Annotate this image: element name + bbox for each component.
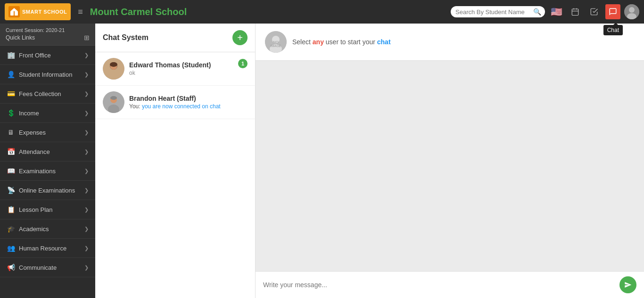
search-icon: 🔍 — [533, 8, 541, 16]
flag-icon[interactable]: 🇺🇸 — [549, 4, 564, 19]
sidebar-item-front-office[interactable]: 🏢 Front Office ❯ — [0, 46, 95, 65]
welcome-chat: chat — [377, 38, 391, 46]
chevron-icon: ❯ — [84, 226, 89, 232]
logo[interactable]: SMART SCHOOL — [5, 3, 71, 20]
hr-icon: 👥 — [7, 244, 15, 252]
income-label: Income — [19, 110, 39, 117]
chat-icon[interactable] — [605, 4, 620, 19]
chat-tooltip: Chat — [603, 25, 623, 35]
welcome-part1: Select — [292, 38, 313, 46]
welcome-text: Select any user to start your chat — [292, 38, 391, 46]
edward-avatar — [103, 58, 124, 80]
edward-info: Edward Thomas (Student) ok — [129, 61, 248, 76]
svg-point-17 — [110, 96, 117, 100]
logo-text: SMART SCHOOL — [22, 9, 67, 15]
sidebar-item-human-resource[interactable]: 👥 Human Resource ❯ — [0, 239, 95, 258]
chat-message-input[interactable] — [263, 281, 615, 289]
chat-main: NO IMAGE Select any user to start your c… — [256, 24, 644, 298]
sidebar-item-online-examinations[interactable]: 📡 Online Examinations ❯ — [0, 181, 95, 200]
no-image-avatar: NO IMAGE — [265, 31, 287, 53]
svg-rect-1 — [15, 11, 18, 16]
income-icon: 💲 — [7, 109, 15, 117]
chevron-icon: ❯ — [84, 187, 89, 193]
calendar-icon[interactable] — [568, 4, 583, 19]
student-info-icon: 👤 — [7, 71, 15, 78]
examinations-label: Examinations — [19, 168, 56, 175]
chevron-icon: ❯ — [84, 129, 89, 136]
quick-links-text: Quick Links — [6, 34, 35, 41]
lesson-plan-icon: 📋 — [7, 206, 15, 213]
chat-list: Edward Thomas (Student) ok 1 — [95, 52, 255, 298]
send-button[interactable] — [619, 276, 636, 293]
chat-header: Chat System + — [95, 24, 255, 52]
edward-preview: ok — [129, 70, 248, 76]
main-layout: Current Session: 2020-21 Quick Links ⊞ 🏢… — [0, 24, 644, 298]
session-label: Current Session: 2020-21 — [6, 27, 90, 33]
welcome-any: any — [313, 38, 324, 46]
logo-icon — [8, 6, 20, 17]
grid-icon[interactable]: ⊞ — [84, 34, 90, 41]
chevron-icon: ❯ — [84, 168, 89, 174]
topbar-right: 🔍 🇺🇸 Chat — [451, 4, 639, 19]
chat-title: Chat System — [103, 33, 149, 42]
svg-rect-3 — [572, 9, 578, 16]
attendance-icon: 📅 — [7, 148, 15, 155]
chevron-icon: ❯ — [84, 91, 89, 97]
sidebar: Current Session: 2020-21 Quick Links ⊞ 🏢… — [0, 24, 95, 298]
sidebar-item-fees-collection[interactable]: 💳 Fees Collection ❯ — [0, 84, 95, 104]
fees-icon: 💳 — [7, 90, 15, 97]
chat-container: Chat System + — [95, 24, 644, 298]
communicate-label: Communicate — [19, 264, 57, 271]
checklist-icon[interactable] — [586, 4, 602, 19]
chevron-icon: ❯ — [84, 110, 89, 116]
chevron-icon: ❯ — [84, 265, 89, 271]
add-contact-button[interactable]: + — [232, 30, 248, 45]
connected-text: you are now connected on chat — [142, 103, 221, 110]
chat-tooltip-wrapper: Chat — [605, 4, 620, 19]
search-box[interactable]: 🔍 — [451, 6, 545, 17]
attendance-label: Attendance — [19, 148, 50, 155]
chevron-icon: ❯ — [84, 245, 89, 251]
hamburger-icon[interactable]: ≡ — [75, 5, 85, 19]
chat-sidebar: Chat System + — [95, 24, 256, 298]
welcome-part2: user to start your — [324, 38, 377, 46]
svg-point-14 — [110, 62, 117, 67]
sidebar-item-communicate[interactable]: 📢 Communicate ❯ — [0, 258, 95, 277]
edward-badge: 1 — [238, 59, 248, 68]
edward-name: Edward Thomas (Student) — [129, 61, 248, 69]
chat-welcome: NO IMAGE Select any user to start your c… — [256, 24, 644, 61]
sidebar-item-academics[interactable]: 🎓 Academics ❯ — [0, 219, 95, 239]
svg-text:IMAGE: IMAGE — [271, 44, 281, 48]
fees-label: Fees Collection — [19, 90, 61, 97]
academics-label: Academics — [19, 226, 49, 233]
content-area: Chat System + — [95, 24, 644, 298]
examinations-icon: 📖 — [7, 167, 15, 175]
hr-label: Human Resource — [19, 245, 66, 252]
sidebar-item-attendance[interactable]: 📅 Attendance ❯ — [0, 142, 95, 161]
online-exam-label: Online Examinations — [19, 187, 75, 194]
session-bar: Current Session: 2020-21 Quick Links ⊞ — [0, 24, 95, 46]
front-office-icon: 🏢 — [7, 51, 15, 59]
chevron-icon: ❯ — [84, 72, 89, 78]
brandon-preview: You: you are now connected on chat — [129, 103, 248, 110]
brandon-avatar — [103, 91, 124, 113]
sidebar-item-expenses[interactable]: 🖥 Expenses ❯ — [0, 123, 95, 142]
student-info-label: Student Information — [19, 71, 72, 78]
expenses-label: Expenses — [19, 129, 46, 136]
svg-marker-2 — [10, 8, 18, 11]
chat-item-edward[interactable]: Edward Thomas (Student) ok 1 — [95, 52, 255, 86]
sidebar-item-student-information[interactable]: 👤 Student Information ❯ — [0, 65, 95, 84]
sidebar-item-income[interactable]: 💲 Income ❯ — [0, 104, 95, 123]
search-input[interactable] — [455, 8, 531, 16]
sidebar-item-examinations[interactable]: 📖 Examinations ❯ — [0, 161, 95, 181]
sidebar-item-lesson-plan[interactable]: 📋 Lesson Plan ❯ — [0, 200, 95, 219]
chevron-icon: ❯ — [84, 52, 89, 58]
online-exam-icon: 📡 — [7, 186, 15, 194]
communicate-icon: 📢 — [7, 264, 15, 271]
brandon-info: Brandon Heart (Staff) You: you are now c… — [129, 95, 248, 110]
user-avatar[interactable] — [624, 4, 639, 19]
you-label: You: — [129, 103, 142, 110]
chat-item-brandon[interactable]: Brandon Heart (Staff) You: you are now c… — [95, 86, 255, 119]
expenses-icon: 🖥 — [7, 129, 15, 136]
lesson-plan-label: Lesson Plan — [19, 206, 53, 213]
